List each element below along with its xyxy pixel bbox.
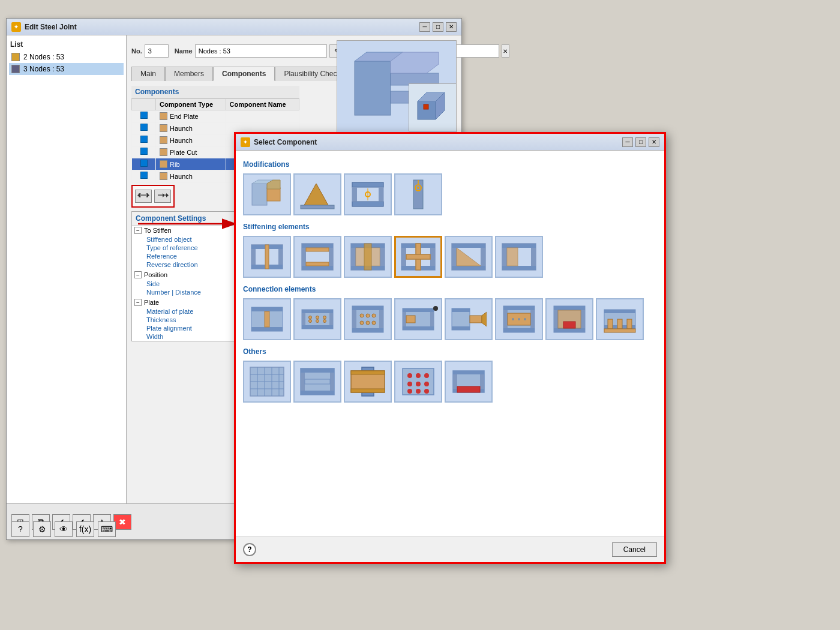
svg-rect-132 [608,319,613,329]
svg-rect-133 [617,319,622,329]
comp-icon-5 [160,172,167,180]
svg-point-88 [316,320,319,323]
dialog-close-button[interactable]: ✕ [649,137,659,147]
comp-checkbox-2[interactable] [140,136,148,143]
dialog-maximize-button[interactable]: □ [635,137,646,147]
toolbar-btn-settings[interactable]: ⚙ [33,521,51,537]
close-button[interactable]: ✕ [446,22,457,32]
delete-button[interactable]: ✖ [113,514,131,530]
tile-ot1[interactable] [243,361,291,403]
cancel-button[interactable]: Cancel [612,542,657,557]
toolbar-btn-help[interactable]: ? [11,521,29,537]
tile-ot5[interactable] [445,361,493,403]
svg-rect-45 [302,266,333,270]
comp-checkbox-1[interactable] [140,124,148,131]
tile-se4[interactable] [394,236,442,278]
arrow-buttons-group [131,185,175,208]
name-input[interactable] [195,44,327,58]
list-header: List [9,38,124,51]
svg-rect-110 [452,326,470,330]
plate-collapse[interactable]: − [134,299,142,306]
tile-se2[interactable] [293,236,341,278]
svg-rect-94 [352,310,356,328]
position-collapse[interactable]: − [134,271,142,278]
svg-rect-128 [563,322,575,328]
svg-rect-82 [302,325,333,329]
tile-ce5[interactable] [445,298,493,340]
comp-row-0[interactable]: End Plate [132,110,299,122]
tab-members[interactable]: Members [165,67,213,81]
tile-ot4[interactable] [394,361,442,403]
tile-mod4[interactable] [394,173,442,215]
tile-ce7[interactable] [545,298,593,340]
tile-mod2[interactable] [293,173,341,215]
svg-rect-49 [306,262,329,266]
svg-rect-74 [531,248,536,266]
svg-rect-46 [302,248,306,266]
svg-rect-61 [430,248,435,266]
tile-mod1[interactable] [243,173,291,215]
svg-point-121 [524,318,526,320]
svg-point-161 [407,389,412,394]
to-stiffen-collapse[interactable]: − [134,227,142,234]
tab-components[interactable]: Components [213,67,275,81]
tile-ce2[interactable] [293,298,341,340]
svg-rect-149 [305,379,330,384]
main-titlebar: ✦ Edit Steel Joint ─ □ ✕ [7,19,461,35]
svg-rect-167 [453,374,457,389]
svg-rect-10 [355,61,391,115]
tile-ce3[interactable] [344,298,392,340]
svg-rect-60 [401,248,406,266]
app-icon: ✦ [11,22,21,32]
svg-point-97 [360,321,364,325]
tile-ce6[interactable] [495,298,543,340]
svg-point-120 [518,318,520,320]
components-header: Components [131,86,299,98]
tile-mod3[interactable] [344,173,392,215]
svg-rect-81 [302,310,333,313]
toolbar-btn-extra[interactable]: ⌨ [98,521,116,537]
maximize-button[interactable]: □ [433,22,443,32]
tile-ce1[interactable] [243,298,291,340]
tile-se5[interactable] [445,236,493,278]
assigned-clear-button[interactable]: ✕ [502,44,509,58]
svg-point-163 [424,389,429,394]
svg-rect-146 [301,391,334,395]
svg-rect-67 [452,248,457,266]
comp-type-3: Plate Cut [170,149,197,156]
toolbar-btn-formula[interactable]: f(x) [76,521,94,537]
tile-ot2[interactable] [293,361,341,403]
comp-checkbox-5[interactable] [140,172,148,179]
comp-checkbox-3[interactable] [140,148,148,155]
tile-ce8[interactable] [596,298,644,340]
list-item-2[interactable]: 3 Nodes : 53 [9,63,124,75]
dialog-titlebar: ✦ Select Component ─ □ ✕ [236,134,664,151]
tile-ot3[interactable] [344,361,392,403]
svg-rect-27 [352,182,383,187]
category-connection: Connection elements [243,285,657,293]
tile-se3[interactable] [344,236,392,278]
dialog-minimize-button[interactable]: ─ [622,137,633,147]
toolbar-btn-view[interactable]: 👁 [55,521,73,537]
comp-checkbox-4[interactable] [140,160,148,167]
svg-rect-165 [453,371,484,374]
svg-marker-24 [304,184,328,205]
category-others: Others [243,347,657,356]
move-left-button[interactable] [135,190,152,203]
svg-rect-28 [352,202,383,206]
comp-type-5: Haunch [170,173,193,180]
tile-se6[interactable] [495,236,543,278]
comp-checkbox-0[interactable] [140,112,148,119]
tile-se1[interactable] [243,236,291,278]
svg-rect-147 [301,373,305,391]
minimize-button[interactable]: ─ [419,22,430,32]
dialog-help-button[interactable]: ? [243,543,256,556]
tab-main[interactable]: Main [131,67,165,81]
comp-type-1: Haunch [170,125,193,132]
no-input[interactable] [145,44,169,58]
svg-point-96 [360,314,364,317]
list-item-1[interactable]: 2 Nodes : 53 [9,51,124,63]
tile-ce4[interactable] [394,298,442,340]
move-right-button[interactable] [154,190,171,203]
col-component-name: Component Name [226,99,299,110]
